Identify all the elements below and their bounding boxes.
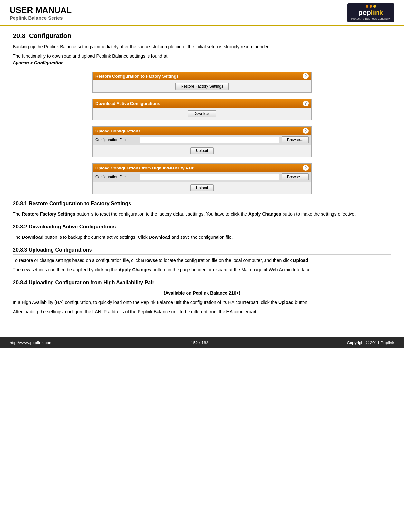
intro-paragraph-1: Backing up the Peplink Balance settings … [13, 44, 391, 50]
subsection-4-note: (Available on Peplink Balance 210+) [13, 290, 391, 296]
logo-box: pep link Protecting Business Continuity [347, 3, 394, 22]
download-config-panel: Download Active Configurations ? Downloa… [92, 99, 312, 120]
subsection-3-body-2: The new settings can then be applied by … [13, 266, 391, 273]
restore-config-header: Restore Configuration to Factory Setting… [93, 72, 311, 80]
upload-ha-config-title: Upload Configurations from High Availabi… [95, 166, 194, 170]
logo-area: pep link Protecting Business Continuity [347, 3, 394, 22]
logo-link: link [371, 8, 383, 17]
footer-copyright: Copyright © 2011 Peplink [347, 340, 394, 345]
page-footer: http://www.peplink.com - 152 / 182 - Cop… [0, 337, 404, 348]
document-title: USER MANUAL [10, 5, 72, 15]
subsection-2-body: The Download button is to backup the cur… [13, 234, 391, 241]
divider-1 [92, 97, 312, 97]
upload-ha-config-file-input[interactable] [140, 174, 279, 180]
subsection-4-body-2: After loading the settings, configure th… [13, 308, 391, 315]
logo-dot-1 [366, 5, 368, 8]
logo-pep: pep [358, 8, 371, 17]
restore-config-body: Restore Factory Settings [93, 80, 311, 92]
restore-factory-button[interactable]: Restore Factory Settings [175, 83, 229, 90]
upload-help-icon[interactable]: ? [303, 128, 309, 134]
upload-ha-button[interactable]: Upload [190, 184, 214, 191]
upload-config-header: Upload Configurations ? [93, 127, 311, 135]
subsection-4-body-1: In a High Availability (HA) configuratio… [13, 299, 391, 306]
upload-config-row: Configuration File Browse... [93, 135, 311, 145]
upload-ha-config-row: Configuration File Browse... [93, 172, 311, 182]
page-header: USER MANUAL Peplink Balance Series pep l… [0, 0, 404, 26]
logo-dot-3 [373, 5, 376, 8]
main-content: 20.8 Configuration Backing up the Peplin… [0, 26, 404, 324]
upload-config-file-label: Configuration File [95, 138, 137, 142]
upload-ha-help-icon[interactable]: ? [303, 165, 309, 171]
intro-paragraph-2: The functionality to download and upload… [13, 53, 391, 66]
restore-config-title: Restore Configuration to Factory Setting… [95, 74, 179, 79]
upload-ha-config-body: Upload [93, 182, 311, 194]
subsection-title-4: 20.8.4 Uploading Configuration from High… [13, 280, 391, 287]
upload-ha-config-file-label: Configuration File [95, 175, 137, 179]
subsection-title-2: 20.8.2 Downloading Active Configurations [13, 224, 391, 231]
upload-config-body: Upload [93, 145, 311, 157]
subsection-title-1: 20.8.1 Restore Configuration to Factory … [13, 201, 391, 208]
download-config-header: Download Active Configurations ? [93, 99, 311, 108]
footer-page: - 152 / 182 - [188, 340, 211, 345]
logo-tagline: Protecting Business Continuity [351, 17, 390, 20]
download-help-icon[interactable]: ? [303, 101, 309, 106]
header-text: USER MANUAL Peplink Balance Series [10, 5, 72, 21]
footer-url: http://www.peplink.com [10, 340, 53, 345]
subsection-3-body-1: To restore or change settings based on a… [13, 257, 391, 264]
intro2-path: System > Configuration [13, 60, 64, 65]
upload-config-title: Upload Configurations [95, 129, 140, 133]
upload-button[interactable]: Upload [190, 147, 214, 154]
ui-screenshot: Restore Configuration to Factory Setting… [92, 72, 312, 194]
download-button[interactable]: Download [188, 110, 216, 117]
upload-ha-config-header: Upload Configurations from High Availabi… [93, 164, 311, 172]
download-config-title: Download Active Configurations [95, 101, 160, 106]
divider-2 [92, 124, 312, 124]
subsection-1-body: The Restore Factory Settings button is t… [13, 211, 391, 218]
restore-help-icon[interactable]: ? [303, 73, 309, 79]
subsection-title-3: 20.8.3 Uploading Configurations [13, 247, 391, 255]
logo-text: pep link [358, 8, 383, 17]
logo-dots [366, 5, 376, 8]
intro2-prefix: The functionality to download and upload… [13, 53, 168, 59]
upload-config-panel: Upload Configurations ? Configuration Fi… [92, 126, 312, 157]
divider-3 [92, 161, 312, 161]
upload-browse-button[interactable]: Browse... [282, 136, 309, 143]
section-title: 20.8 Configuration [13, 32, 391, 40]
upload-ha-config-panel: Upload Configurations from High Availabi… [92, 163, 312, 194]
upload-ha-browse-button[interactable]: Browse... [282, 173, 309, 180]
document-subtitle: Peplink Balance Series [10, 15, 72, 21]
logo-dot-2 [370, 5, 372, 8]
download-config-body: Download [93, 108, 311, 120]
restore-config-panel: Restore Configuration to Factory Setting… [92, 72, 312, 93]
upload-config-file-input[interactable] [140, 137, 279, 143]
